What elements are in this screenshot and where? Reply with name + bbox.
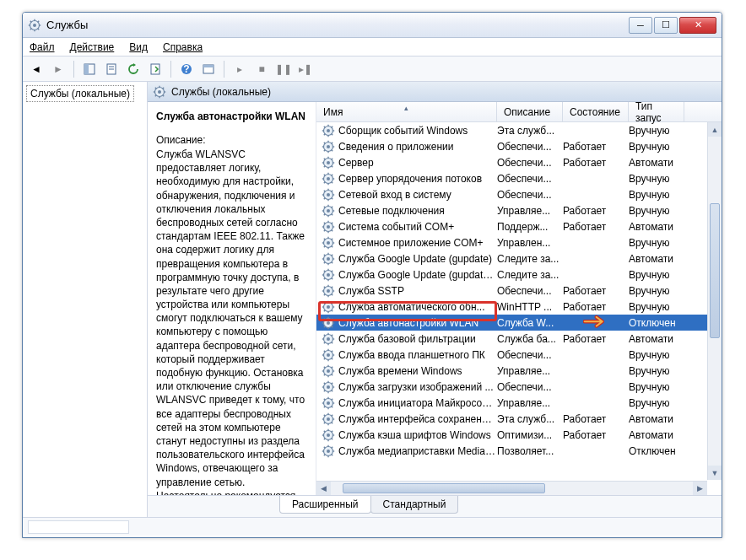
services-window: Службы ─ ☐ ✕ Файл Действие Вид Справка ◄…	[22, 12, 722, 538]
tab-extended[interactable]: Расширенный	[279, 496, 371, 514]
col-state[interactable]: Состояние	[563, 102, 629, 121]
cell-name: Сведения о приложении	[338, 141, 497, 153]
description-label: Описание:	[156, 134, 307, 146]
cell-name: Сервер	[338, 157, 497, 169]
cell-name: Система событий COM+	[338, 221, 497, 233]
service-row[interactable]: Системное приложение COM+Управлен...Вруч…	[316, 234, 722, 250]
cell-name: Служба SSTP	[338, 285, 497, 297]
minimize-button[interactable]: ─	[629, 17, 652, 34]
cell-startup: Вручную	[629, 381, 684, 393]
service-row[interactable]: Сетевой вход в системуОбеспечи...Вручную	[316, 186, 722, 202]
service-row[interactable]: Служба загрузки изображений ...Обеспечи.…	[316, 379, 722, 395]
vertical-scrollbar[interactable]: ▲ ▼	[707, 122, 722, 480]
cell-state: Работает	[563, 285, 629, 297]
app-icon	[28, 19, 41, 32]
prop-sheet-button[interactable]	[198, 59, 219, 79]
start-service-button[interactable]: ▸	[230, 59, 250, 79]
cell-state: Работает	[563, 141, 629, 153]
back-button[interactable]: ◄	[26, 59, 46, 79]
properties-button[interactable]	[101, 59, 122, 79]
service-row[interactable]: Служба Google Update (gupdatem)Следите з…	[316, 267, 722, 283]
menu-help[interactable]: Справка	[163, 41, 203, 53]
show-hide-tree-button[interactable]	[79, 59, 100, 79]
service-row[interactable]: Служба автонастройки WLANСлужба W...Откл…	[316, 315, 722, 331]
col-description[interactable]: Описание	[497, 102, 563, 121]
cell-startup: Вручную	[629, 205, 684, 217]
cell-startup: Автомати	[629, 221, 684, 233]
menu-action[interactable]: Действие	[70, 41, 115, 53]
cell-startup: Автомати	[629, 429, 684, 441]
cell-description: Обеспечи...	[497, 285, 563, 297]
cell-description: Оптимизи...	[497, 429, 563, 441]
scroll-thumb-v[interactable]	[710, 203, 720, 338]
cell-startup: Вручную	[629, 189, 684, 201]
service-icon	[322, 348, 335, 362]
service-row[interactable]: Служба интерфейса сохранения ...Эта служ…	[316, 411, 722, 427]
scroll-up-button[interactable]: ▲	[708, 122, 722, 137]
export-button[interactable]	[145, 59, 165, 79]
service-row[interactable]: Сведения о приложенииОбеспечи...Работает…	[316, 138, 722, 154]
cell-description: Позволяет...	[497, 445, 563, 457]
service-row[interactable]: Система событий COM+Поддерж...РаботаетАв…	[316, 218, 722, 234]
service-row[interactable]: Служба инициатора Майкрософ...Управляе..…	[316, 395, 722, 411]
svg-text:?: ?	[183, 63, 189, 75]
service-row[interactable]: Служба ввода планшетного ПКОбеспечи...Вр…	[316, 347, 722, 363]
selected-service-name: Служба автонастройки WLAN	[156, 110, 307, 122]
pause-service-button[interactable]: ❚❚	[273, 59, 294, 79]
titlebar[interactable]: Службы ─ ☐ ✕	[23, 13, 722, 38]
refresh-button[interactable]	[123, 59, 143, 79]
col-startup[interactable]: Тип запус	[629, 102, 684, 121]
content-header-title: Службы (локальные)	[171, 86, 271, 98]
service-icon	[322, 412, 335, 426]
scroll-thumb-h[interactable]	[343, 483, 545, 493]
cell-startup: Вручную	[629, 141, 684, 153]
service-icon	[322, 268, 335, 282]
column-headers: Имя Описание Состояние Тип запус	[316, 102, 722, 122]
service-icon	[322, 300, 335, 314]
cell-name: Служба автоматического обн...	[338, 301, 497, 313]
tab-standard[interactable]: Стандартный	[370, 496, 459, 514]
stop-service-button[interactable]: ■	[251, 59, 272, 79]
cell-description: Следите за...	[497, 269, 563, 281]
horizontal-scrollbar[interactable]: ◀ ▶	[316, 481, 707, 495]
service-icon	[322, 380, 335, 394]
cell-name: Служба времени Windows	[338, 365, 497, 377]
cell-name: Сборщик событий Windows	[338, 125, 497, 137]
service-row[interactable]: Сборщик событий WindowsЭта служб...Вручн…	[316, 122, 722, 138]
cell-startup: Автомати	[629, 413, 684, 425]
service-row[interactable]: Служба базовой фильтрацииСлужба ба...Раб…	[316, 331, 722, 347]
help-button[interactable]: ?	[176, 59, 197, 79]
cell-state: Работает	[563, 157, 629, 169]
forward-button[interactable]: ►	[48, 59, 68, 79]
scroll-left-button[interactable]: ◀	[316, 482, 331, 495]
cell-name: Служба медиаприставки Media C...	[338, 445, 497, 457]
service-row[interactable]: Служба Google Update (gupdate)Следите за…	[316, 250, 722, 267]
menu-view[interactable]: Вид	[129, 41, 148, 53]
col-name[interactable]: Имя	[316, 102, 497, 121]
scroll-down-button[interactable]: ▼	[708, 466, 722, 480]
service-row[interactable]: СерверОбеспечи...РаботаетАвтомати	[316, 154, 722, 170]
close-button[interactable]: ✕	[679, 17, 716, 34]
cell-description: Эта служб...	[497, 125, 563, 137]
service-row[interactable]: Сетевые подключенияУправляе...РаботаетВр…	[316, 202, 722, 218]
cell-startup: Вручную	[629, 125, 684, 137]
scroll-right-button[interactable]: ▶	[693, 482, 707, 495]
service-row[interactable]: Служба медиаприставки Media C...Позволяе…	[316, 443, 722, 459]
maximize-button[interactable]: ☐	[654, 17, 678, 34]
service-row[interactable]: Служба SSTPОбеспечи...РаботаетВручную	[316, 283, 722, 299]
service-row[interactable]: Служба кэша шрифтов WindowsОптимизи...Ра…	[316, 427, 722, 443]
cell-description: Обеспечи...	[497, 381, 563, 393]
cell-name: Сетевой вход в систему	[338, 189, 497, 201]
service-row[interactable]: Служба автоматического обн...WinHTTP ...…	[316, 299, 722, 315]
cell-name: Служба ввода планшетного ПК	[338, 349, 497, 361]
menu-file[interactable]: Файл	[30, 41, 55, 53]
service-icon	[322, 316, 335, 330]
restart-service-button[interactable]: ▸❚	[295, 59, 316, 79]
service-row[interactable]: Служба времени WindowsУправляе...Вручную	[316, 363, 722, 379]
cell-state: Работает	[563, 301, 629, 313]
tree-root-services-local[interactable]: Службы (локальные)	[26, 85, 134, 102]
service-icon	[322, 188, 335, 202]
service-row[interactable]: Сервер упорядочения потоковОбеспечи...Вр…	[316, 170, 722, 186]
cell-name: Служба инициатора Майкрософ...	[338, 397, 497, 409]
cell-state: Работает	[563, 205, 629, 217]
